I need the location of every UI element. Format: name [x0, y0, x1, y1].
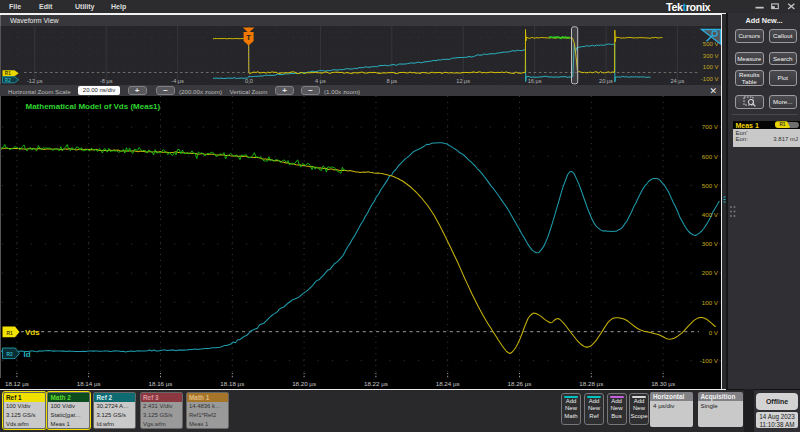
svg-text:-100 V: -100 V [700, 357, 719, 364]
svg-text:R2: R2 [6, 352, 12, 357]
svg-text:-12 µs: -12 µs [27, 78, 43, 84]
svg-text:-4 µs: -4 µs [171, 78, 184, 84]
svg-text:0,0: 0,0 [245, 78, 253, 84]
svg-text:-8 µs: -8 µs [100, 78, 113, 84]
svg-text:20 µs: 20 µs [599, 78, 613, 84]
svg-text:700 V: 700 V [702, 123, 719, 130]
svg-text:Mathematical Model of Vds (Mea: Mathematical Model of Vds (Meas1) [26, 102, 161, 111]
svg-text:T: T [246, 33, 251, 42]
svg-text:100 V: 100 V [702, 299, 719, 306]
svg-text:500 V: 500 V [703, 41, 719, 47]
svg-text:Id: Id [24, 350, 31, 359]
svg-text:4 µs: 4 µs [315, 78, 326, 84]
svg-text:600 V: 600 V [702, 153, 719, 160]
svg-text:300 V: 300 V [703, 53, 719, 59]
svg-text:0 V: 0 V [709, 329, 719, 336]
svg-text:400 V: 400 V [702, 211, 719, 218]
svg-text:24 µs: 24 µs [671, 78, 685, 84]
svg-text:200 V: 200 V [702, 269, 719, 276]
svg-text:8 µs: 8 µs [386, 78, 397, 84]
svg-text:300 V: 300 V [702, 240, 719, 247]
svg-text:Vds: Vds [25, 328, 40, 337]
svg-text:100 V: 100 V [703, 64, 719, 70]
svg-text:R1: R1 [6, 331, 12, 336]
svg-text:-100 V: -100 V [701, 76, 719, 82]
svg-text:16 µs: 16 µs [528, 78, 542, 84]
svg-text:R1: R1 [5, 71, 11, 76]
svg-text:12 µs: 12 µs [456, 78, 470, 84]
svg-text:500 V: 500 V [702, 182, 719, 189]
svg-text:R2: R2 [5, 78, 11, 83]
